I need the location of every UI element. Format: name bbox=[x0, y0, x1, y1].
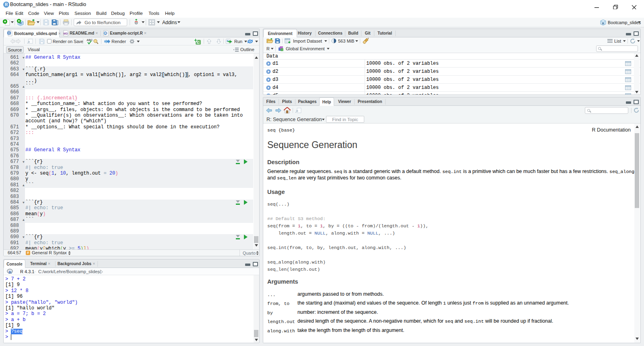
svg-text:R: R bbox=[602, 22, 605, 25]
svg-text:MD: MD bbox=[64, 32, 68, 35]
svg-text:R: R bbox=[104, 31, 107, 35]
svg-text:R: R bbox=[8, 270, 12, 274]
svg-text:ABC: ABC bbox=[87, 39, 93, 41]
